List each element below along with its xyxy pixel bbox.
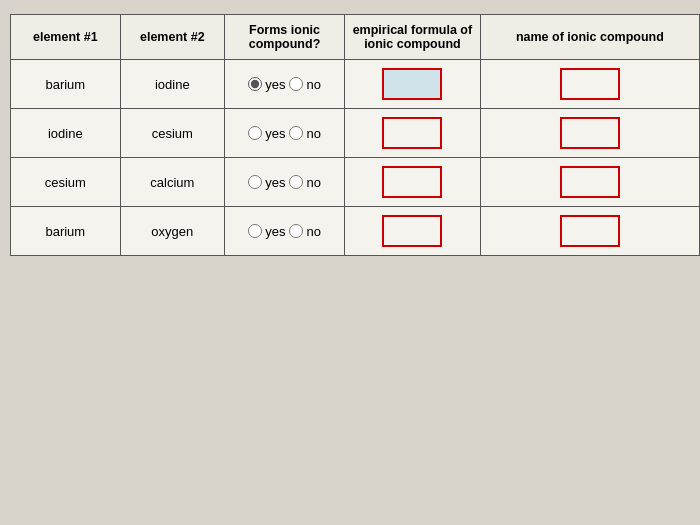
no-radio[interactable] [289,175,303,189]
no-text: no [306,126,320,141]
yes-text: yes [265,224,285,239]
yes-text: yes [265,126,285,141]
yes-text: yes [265,175,285,190]
cell-element2: oxygen [120,207,224,256]
yes-radio[interactable] [248,224,262,238]
cell-empirical-formula[interactable] [345,158,481,207]
yes-label[interactable]: yes [248,77,285,92]
empirical-formula-input[interactable] [382,117,442,149]
yes-text: yes [265,77,285,92]
cell-empirical-formula[interactable] [345,109,481,158]
yes-radio[interactable] [248,77,262,91]
empirical-formula-input[interactable] [382,166,442,198]
header-element1: element #1 [11,15,121,60]
cell-forms-ionic[interactable]: yesno [225,109,345,158]
no-label[interactable]: no [289,126,320,141]
table-row: iodinecesiumyesno [11,109,700,158]
table-row: bariumoxygenyesno [11,207,700,256]
header-empirical-formula: empirical formula of ionic compound [345,15,481,60]
cell-forms-ionic[interactable]: yesno [225,207,345,256]
yes-radio[interactable] [248,126,262,140]
cell-name-compound[interactable] [480,60,699,109]
no-radio[interactable] [289,224,303,238]
no-label[interactable]: no [289,77,320,92]
cell-empirical-formula[interactable] [345,60,481,109]
yes-label[interactable]: yes [248,126,285,141]
no-label[interactable]: no [289,175,320,190]
cell-element2: cesium [120,109,224,158]
no-radio[interactable] [289,126,303,140]
table-row: cesiumcalciumyesno [11,158,700,207]
cell-name-compound[interactable] [480,158,699,207]
name-compound-input[interactable] [560,117,620,149]
cell-name-compound[interactable] [480,109,699,158]
cell-element1: cesium [11,158,121,207]
yes-radio[interactable] [248,175,262,189]
yes-label[interactable]: yes [248,224,285,239]
no-text: no [306,77,320,92]
no-text: no [306,175,320,190]
table-row: bariumiodineyesno [11,60,700,109]
cell-element1: barium [11,60,121,109]
header-forms-ionic: Forms ionic compound? [225,15,345,60]
ionic-compound-table: element #1 element #2 Forms ionic compou… [10,14,700,256]
cell-element2: iodine [120,60,224,109]
cell-forms-ionic[interactable]: yesno [225,60,345,109]
name-compound-input[interactable] [560,215,620,247]
cell-forms-ionic[interactable]: yesno [225,158,345,207]
empirical-formula-input[interactable] [382,215,442,247]
no-radio[interactable] [289,77,303,91]
cell-element2: calcium [120,158,224,207]
header-name-compound: name of ionic compound [480,15,699,60]
yes-label[interactable]: yes [248,175,285,190]
cell-element1: iodine [11,109,121,158]
no-text: no [306,224,320,239]
name-compound-input[interactable] [560,166,620,198]
cell-name-compound[interactable] [480,207,699,256]
empirical-formula-input[interactable] [382,68,442,100]
cell-element1: barium [11,207,121,256]
no-label[interactable]: no [289,224,320,239]
cell-empirical-formula[interactable] [345,207,481,256]
name-compound-input[interactable] [560,68,620,100]
header-element2: element #2 [120,15,224,60]
